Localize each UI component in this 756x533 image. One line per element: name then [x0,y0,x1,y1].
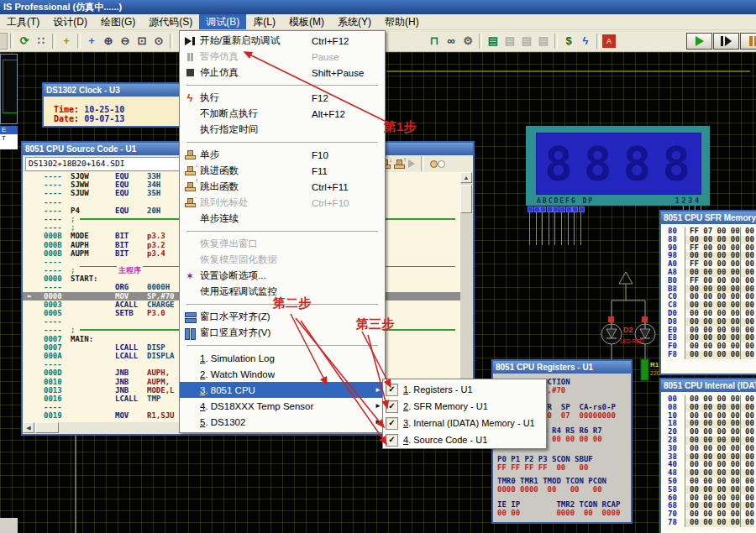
code-mnemonic: BIT [115,232,129,240]
sim-play-button[interactable] [686,33,712,50]
debug-menu-item[interactable]: 单步F10 [180,147,385,163]
object-selector[interactable]: E T [0,126,18,149]
zoom-in-icon[interactable]: ⊕ [101,33,116,50]
code-operand: P3.0 [147,309,165,317]
debug-menu-item[interactable]: ✶设置诊断选项... [180,268,385,284]
debug-menu-item[interactable]: ϟ执行F12 [180,90,385,106]
menubar-item-system[interactable]: 系统(Y) [331,14,378,29]
code-address: ---- [44,172,62,180]
annotation-step3: 第三步 [356,316,394,332]
code-operand: SP,#70 [147,292,175,300]
led-pin-wire [561,212,562,245]
origin-icon[interactable]: + [59,33,74,50]
registers-window-titlebar[interactable]: 8051 CPU Registers - U1 [493,361,631,374]
debug-menu-item[interactable]: 恢复弹出窗口 [180,236,385,252]
register-values: 00 00 0000 00 0000 [497,509,631,518]
sfr-window-titlebar[interactable]: 8051 CPU SFR Memory - U1 [661,212,756,224]
annotation-step1: 第1步 [384,119,416,135]
clock-time-row: Time: 10-25-10 [54,105,124,114]
menubar-item-library[interactable]: 库(L) [246,14,282,29]
debug-menu-item[interactable]: 停止仿真Shift+Pause [180,65,385,81]
debug-menu-item[interactable]: 1. Simulation Log [180,350,385,366]
step-out-icon[interactable]: ↑ [394,159,405,169]
code-address: 000D [44,368,62,377]
submenu-item[interactable]: ✓1. Registers - U1 [383,381,546,398]
zoom-out-icon[interactable]: ⊖ [118,33,133,50]
scroll-left-icon[interactable]: ◀ [23,422,34,433]
scroll-up-icon[interactable]: ▲ [460,172,472,183]
debug-menu-item[interactable]: 3. 8051 CPU► [180,382,385,398]
code-operand: 34H [147,180,160,189]
debug-menu-item[interactable]: ↓跳进函数F11 [180,163,385,179]
run-to-cursor-icon[interactable] [408,159,415,168]
overview-panel[interactable] [0,54,18,124]
search-icon[interactable]: ∞ [444,33,459,50]
debug-menu-item[interactable]: 5. DS1302► [180,414,385,430]
sim-step-button[interactable] [713,33,739,50]
memory-values-overflow: 00 [740,519,754,527]
debug-menu-item[interactable]: 暂停仿真Pause [180,49,385,65]
debug-menu-item[interactable]: 单步连续 [180,211,385,227]
debug-menu-item[interactable]: 窗口竖直对齐(V) [180,325,385,341]
property-tool-icon[interactable]: ⚙ [460,33,475,50]
menubar-item-design[interactable]: 设计(D) [46,14,94,29]
code-mnemonic: EQU [115,206,129,215]
idata-window-titlebar[interactable]: 8051 CPU Internal (IDATA) Memory - U1 [661,379,756,392]
led-pin-square [572,206,578,212]
title-bar[interactable]: IS Professional (仿真中......) [0,0,756,14]
pan-icon[interactable]: + [84,33,99,50]
sim-pause-button[interactable] [740,33,756,50]
object-item[interactable]: T [0,134,18,143]
step-bar [721,36,723,46]
grid-toggle-icon[interactable]: ∷ [34,33,49,50]
menubar-item-help[interactable]: 帮助(H) [378,14,426,29]
bom-icon[interactable]: ▤ [486,33,501,50]
menu-separator [186,345,378,346]
bill-icon[interactable]: $ [561,33,576,50]
debug-menu-item[interactable]: →跳到光标处Ctrl+F10 [180,195,385,211]
menubar-item-source[interactable]: 源代码(S) [142,14,199,29]
step-cursor-icon: → [183,196,197,210]
led-pin-wire [554,212,555,245]
code-address: ---- [44,215,62,223]
led-display-component[interactable]: 8888 ABCDEFG DP 1234 [526,126,710,206]
refresh-sheet-icon[interactable]: ⟳ [17,33,32,50]
clock-window: DS1302 Clock - U3 Time: 10-25-10 Date: 0… [42,82,189,128]
overview-sheet-outline [3,60,18,113]
menubar-item-template[interactable]: 模板(M) [282,14,331,29]
scroll-thumb[interactable] [460,185,472,213]
ares-icon[interactable]: A [602,34,616,48]
source-file-select[interactable]: DS1302+18B20+164.SDI [25,157,183,171]
led-pin-square [528,206,533,212]
code-address: ---- [44,360,62,368]
menu-item-label: 恢复模型固化数据 [200,253,312,266]
menubar-item-debug[interactable]: 调试(B) [199,14,246,29]
breakpoint-toggle-icon[interactable] [430,156,445,171]
debug-menu-item[interactable]: 2. Watch Window [180,366,385,382]
submenu-item-label: 4. Source Code - U1 [403,435,487,445]
submenu-item[interactable]: ✓2. SFR Memory - U1 [383,398,546,415]
menubar-item-graph[interactable]: 绘图(G) [94,14,142,29]
debug-menu-item[interactable]: 4. DS18XXX Temp Sensor► [180,398,385,414]
clock-window-titlebar[interactable]: DS1302 Clock - U3 [44,84,187,97]
debug-menu-item[interactable]: 恢复模型固化数据 [180,252,385,268]
zoom-area-icon[interactable]: ⊡ [134,33,150,50]
debug-menu-item[interactable]: 执行指定时间 [180,122,385,138]
menu-icon-column [180,327,200,340]
debug-menu-item[interactable]: ↑跳出函数Ctrl+F11 [180,179,385,195]
erc-icon[interactable]: ϟ [578,33,593,50]
wire-tool-icon[interactable]: ⊓ [427,33,442,50]
code-address: 0007 [44,335,62,343]
comment-semicolon: ; [71,215,75,223]
zoom-all-icon[interactable]: ⊙ [151,33,166,50]
submenu-item[interactable]: ✓4. Source Code - U1 [383,431,546,448]
object-selected[interactable]: E [0,126,18,134]
debug-menu-item[interactable]: 开始/重新启动调试Ctrl+F12 [180,33,385,49]
debug-menu-item[interactable]: 不加断点执行Alt+F12 [180,106,385,122]
step-over-icon [183,149,197,162]
code-mnemonic: EQU [115,189,129,197]
menubar-item-tools[interactable]: 工具(T) [0,14,46,29]
submenu-item[interactable]: ✓3. Internal (IDATA) Memory - U1 [383,415,546,431]
led-pin-square [540,206,546,212]
scroll-thumb[interactable] [35,422,59,433]
